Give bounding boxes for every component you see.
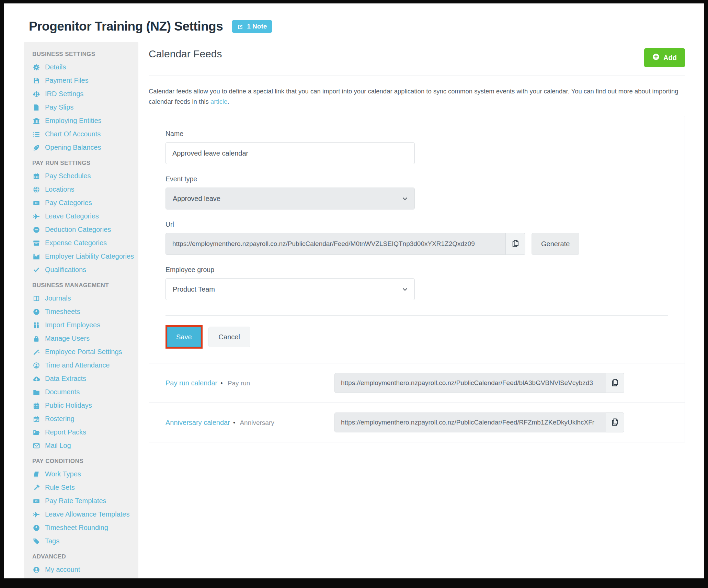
- sidebar-item-pay-schedules[interactable]: Pay Schedules: [32, 169, 133, 183]
- sidebar-item-pay-categories[interactable]: Pay Categories: [32, 196, 133, 210]
- sidebar-item-employee-portal-settings[interactable]: Employee Portal Settings: [32, 345, 133, 359]
- sidebar-item-leave-allowance-templates[interactable]: Leave Allowance Templates: [32, 508, 133, 521]
- section-title: Calendar Feeds: [149, 48, 222, 60]
- sidebar-item-rule-sets[interactable]: Rule Sets: [32, 481, 133, 494]
- sidebar-item-label: Employing Entities: [45, 117, 102, 125]
- banknote-icon: [32, 200, 41, 206]
- sidebar-item-opening-balances[interactable]: Opening Balances: [32, 141, 133, 154]
- sidebar-item-locations[interactable]: Locations: [32, 183, 133, 196]
- clock-icon: [32, 524, 41, 531]
- employee-group-value: Product Team: [173, 285, 215, 293]
- sidebar-item-mail-log[interactable]: Mail Log: [32, 439, 133, 452]
- bank-icon: [32, 117, 41, 124]
- sidebar-item-label: My account: [45, 566, 80, 574]
- page-header: Progenitor Training (NZ) Settings 1 Note: [24, 19, 685, 34]
- sidebar-item-ird-settings[interactable]: IRD Settings: [32, 87, 133, 101]
- sidebar-item-label: Chart Of Accounts: [45, 130, 101, 138]
- sidebar-item-label: Opening Balances: [45, 144, 101, 151]
- sidebar-item-label: Mail Log: [45, 442, 71, 450]
- sidebar-item-label: Data Extracts: [45, 375, 86, 383]
- sidebar-item-employer-liability-categories[interactable]: Employer Liability Categories: [32, 250, 133, 263]
- sidebar-section-header: PAY RUN SETTINGS: [32, 160, 133, 167]
- feed-name-link[interactable]: Pay run calendar: [165, 379, 217, 387]
- copy-feed-url-button[interactable]: [606, 373, 624, 393]
- main-panel: Calendar Feeds Add Calendar feeds allow …: [149, 42, 685, 442]
- sidebar-item-manage-users[interactable]: Manage Users: [32, 332, 133, 345]
- url-input[interactable]: [165, 233, 505, 255]
- sidebar-item-label: Qualifications: [45, 266, 86, 274]
- banknote-icon: [32, 498, 41, 505]
- save-button[interactable]: Save: [167, 327, 201, 347]
- sidebar-item-web-hooks[interactable]: Web Hooks: [32, 576, 133, 578]
- sidebar-item-import-employees[interactable]: Import Employees: [32, 318, 133, 332]
- sidebar-item-work-types[interactable]: Work Types: [32, 467, 133, 481]
- user-circle-icon: [32, 566, 41, 573]
- sidebar-item-label: Pay Rate Templates: [45, 497, 106, 505]
- description-period: .: [227, 98, 229, 105]
- sidebar-item-pay-rate-templates[interactable]: Pay Rate Templates: [32, 494, 133, 508]
- calendar-edit-icon: [32, 416, 41, 422]
- sidebar-item-label: Pay Slips: [45, 103, 73, 111]
- sidebar-item-time-and-attendance[interactable]: Time and Attendance: [32, 359, 133, 372]
- sidebar-item-documents[interactable]: Documents: [32, 385, 133, 399]
- sidebar-item-label: Work Types: [45, 470, 81, 478]
- sidebar-item-payment-files[interactable]: Payment Files: [32, 74, 133, 87]
- feed-url-input[interactable]: [334, 373, 606, 393]
- employee-group-label: Employee group: [165, 266, 668, 274]
- sidebar-item-deduction-categories[interactable]: Deduction Categories: [32, 223, 133, 236]
- sidebar-item-label: Public Holidays: [45, 402, 92, 409]
- sidebar-item-label: Payment Files: [45, 77, 89, 84]
- cancel-button[interactable]: Cancel: [208, 327, 250, 347]
- copy-icon: [611, 418, 619, 427]
- sidebar-item-tags[interactable]: Tags: [32, 534, 133, 548]
- name-input[interactable]: [165, 142, 415, 164]
- feed-url-input[interactable]: [334, 412, 606, 432]
- sidebar-item-label: Expense Categories: [45, 239, 107, 247]
- url-label: Url: [165, 220, 668, 228]
- page-title: Progenitor Training (NZ) Settings: [29, 19, 223, 34]
- copy-feed-url-button[interactable]: [606, 412, 624, 432]
- sidebar-item-employing-entities[interactable]: Employing Entities: [32, 114, 133, 127]
- sidebar-item-pay-slips[interactable]: Pay Slips: [32, 101, 133, 114]
- sidebar-item-leave-categories[interactable]: Leave Categories: [32, 210, 133, 223]
- sidebar-item-label: Employee Portal Settings: [45, 348, 122, 356]
- sidebar-item-label: Rostering: [45, 415, 75, 423]
- gavel-icon: [32, 484, 41, 491]
- sidebar-item-label: Time and Attendance: [45, 361, 110, 369]
- sidebar-item-public-holidays[interactable]: Public Holidays: [32, 399, 133, 412]
- sidebar-item-label: Deduction Categories: [45, 226, 111, 234]
- sidebar-item-report-packs[interactable]: Report Packs: [32, 426, 133, 439]
- cloud-download-icon: [32, 375, 41, 382]
- sidebar-item-data-extracts[interactable]: Data Extracts: [32, 372, 133, 385]
- sidebar-item-label: Leave Categories: [45, 212, 99, 220]
- note-badge[interactable]: 1 Note: [232, 20, 272, 33]
- event-type-select[interactable]: Approved leave: [165, 188, 415, 210]
- feed-type-label: Anniversary: [238, 419, 274, 426]
- settings-sidebar: BUSINESS SETTINGS Details Payment Files …: [24, 42, 138, 578]
- copy-url-button[interactable]: [505, 233, 525, 255]
- calendar-icon: [32, 173, 41, 180]
- add-button[interactable]: Add: [644, 48, 685, 67]
- copy-icon: [611, 379, 619, 387]
- sidebar-item-my-account[interactable]: My account: [32, 563, 133, 576]
- feed-separator-dot: •: [220, 380, 222, 387]
- sidebar-section-header: BUSINESS MANAGEMENT: [32, 282, 133, 289]
- plane-icon: [32, 213, 41, 220]
- sidebar-item-chart-of-accounts[interactable]: Chart Of Accounts: [32, 127, 133, 141]
- sidebar-item-timesheets[interactable]: Timesheets: [32, 305, 133, 318]
- feed-name-link[interactable]: Anniversary calendar: [165, 419, 230, 426]
- event-type-label: Event type: [165, 175, 668, 183]
- sidebar-item-qualifications[interactable]: Qualifications: [32, 263, 133, 276]
- employee-group-select[interactable]: Product Team: [165, 278, 415, 300]
- sidebar-item-label: Pay Schedules: [45, 172, 91, 180]
- article-link[interactable]: article: [210, 98, 227, 105]
- sidebar-item-journals[interactable]: Journals: [32, 292, 133, 305]
- sidebar-item-timesheet-rounding[interactable]: Timesheet Rounding: [32, 521, 133, 534]
- generate-button[interactable]: Generate: [532, 233, 579, 255]
- envelope-icon: [32, 442, 41, 449]
- sidebar-item-expense-categories[interactable]: Expense Categories: [32, 236, 133, 250]
- sidebar-item-details[interactable]: Details: [32, 60, 133, 74]
- sidebar-item-rostering[interactable]: Rostering: [32, 412, 133, 426]
- sidebar-item-label: Documents: [45, 388, 80, 396]
- minus-circle-icon: [32, 226, 41, 233]
